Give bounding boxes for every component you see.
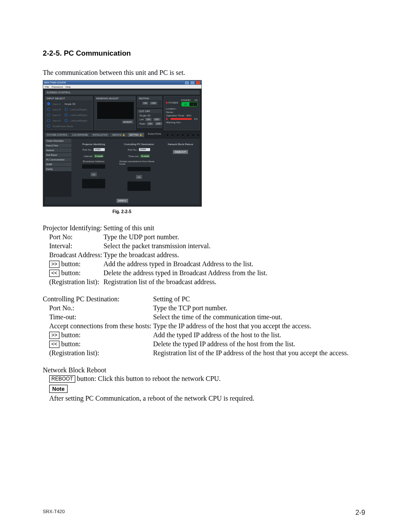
menu-help[interactable]: Help <box>65 86 71 88</box>
app-title: SRX-T420 CONTR <box>44 81 66 84</box>
function-slot-icon[interactable] <box>166 134 169 137</box>
pc-port-input[interactable]: 53484 <box>139 148 150 151</box>
function-slot-icon[interactable] <box>192 134 195 137</box>
accept-label: Accept connections from these hosts <box>119 160 159 165</box>
reboot-button-glyph: REBOOT <box>49 375 75 383</box>
app-window: SRX-T420 CONTR File Password Help SCREEN… <box>43 80 202 207</box>
del-button-glyph: << <box>49 270 59 277</box>
masking-preview <box>97 101 134 119</box>
title-bar: SRX-T420 CONTR <box>43 80 201 85</box>
controlling-pc-desc: Controlling PC Destination:Setting of PC… <box>43 295 365 357</box>
radio-icon[interactable] <box>47 108 50 111</box>
apply-button[interactable]: APPLY <box>116 199 129 203</box>
right-on-button[interactable]: ON <box>147 122 154 125</box>
cutoff-title: CUT OFF <box>138 110 162 113</box>
status-warning: Warning Info : <box>166 121 198 124</box>
status-name: Name : <box>166 111 198 113</box>
footer-page: 2-9 <box>355 509 365 517</box>
menu-password[interactable]: Password <box>52 86 63 88</box>
sidebar-item-mail[interactable]: Mail Report <box>45 153 71 157</box>
lock-icon: 🔒 <box>139 134 142 136</box>
function-slot-icon[interactable] <box>186 134 189 137</box>
function-slot-icon[interactable] <box>171 134 174 137</box>
muting-off-button[interactable]: OFF <box>150 101 157 105</box>
add-button-glyph: >> <box>49 261 59 268</box>
adjust-button[interactable]: ADJUST <box>122 120 133 124</box>
tab-setting[interactable]: SETTING 🔒 <box>127 133 144 137</box>
lamp-led-icon <box>166 118 168 120</box>
host-address-input[interactable] <box>127 167 151 171</box>
muting-on-button[interactable]: ON <box>142 101 149 105</box>
status-location: Location : <box>166 107 198 110</box>
sidebar-item-network[interactable]: Network <box>45 148 71 152</box>
screen-control-header: SCREEN CONTROL <box>45 90 200 95</box>
radio-icon[interactable] <box>47 125 50 128</box>
menu-bar: File Password Help <box>43 85 201 89</box>
tab-picture[interactable]: PICTURE CONTROL <box>45 133 70 137</box>
tab-install[interactable]: INSTALLATION <box>90 133 109 137</box>
right-off-button[interactable]: OFF <box>155 122 163 125</box>
power-toggle[interactable]: ⏻ | <box>181 102 198 107</box>
sidebar-item-datetime[interactable]: Date & Time <box>45 143 71 148</box>
radio-icon[interactable] <box>65 108 68 111</box>
maximize-icon[interactable] <box>190 80 195 85</box>
reboot-title: Network Block Reboot <box>168 143 193 146</box>
note-text: After setting PC Communication, a reboot… <box>43 395 365 402</box>
masking-title: MASKING ADJUST <box>95 97 135 100</box>
projector-identifying-desc: Projector Identifying:Setting of this un… <box>43 224 365 286</box>
intro-text: The communication between this unit and … <box>43 69 365 77</box>
host-add-button[interactable]: >> <box>136 175 142 179</box>
radio-icon[interactable] <box>47 102 50 105</box>
power-icon: ⏻ <box>182 102 189 106</box>
proj-identify-title: Projector Identifying <box>82 143 105 146</box>
input-select-title: INPUT SELECT <box>45 97 92 100</box>
desc-head: Projector Identifying: <box>43 224 103 232</box>
proj-port-input[interactable]: 53082 <box>94 148 105 151</box>
footer-model: SRX-T420 <box>43 509 65 517</box>
minimize-icon[interactable] <box>184 80 189 85</box>
muting-panel: MUTING ON OFF <box>137 96 162 107</box>
power-label: POWER <box>169 101 178 104</box>
menu-file[interactable]: File <box>45 86 49 88</box>
figure-caption: Fig. 2-2-5 <box>43 209 201 214</box>
status-timer: Operation Timer : 30H <box>166 114 198 117</box>
function-label: FUNCTION <box>148 133 161 137</box>
figure: SRX-T420 CONTR File Password Help SCREEN… <box>43 80 365 214</box>
reboot-desc: Network Block Reboot REBOOT button: Clic… <box>43 366 365 402</box>
function-slot-icon[interactable] <box>181 134 184 137</box>
tab-service[interactable]: SERVICE 🔒 <box>110 133 127 137</box>
reboot-head: Network Block Reboot <box>43 366 365 374</box>
reboot-button[interactable]: REBOOT <box>173 150 188 154</box>
del-button-glyph: << <box>49 341 59 348</box>
settings-sidebar: Owner Information Date & Time Network Ma… <box>45 139 71 197</box>
masking-panel: MASKING ADJUST ADJUST <box>95 96 136 130</box>
broadcast-address-input[interactable] <box>82 164 105 169</box>
close-icon[interactable] <box>195 80 201 85</box>
lock-icon: 🔒 <box>122 134 125 136</box>
radio-icon[interactable] <box>65 113 68 116</box>
sidebar-item-facility[interactable]: Facility <box>45 167 71 171</box>
sidebar-item-snmp[interactable]: SNMP <box>45 162 71 166</box>
cutoff-subtitle: Single 3D <box>139 114 160 117</box>
timeout-select[interactable]: 3 min ▾ <box>140 155 150 158</box>
radio-icon[interactable] <box>47 119 50 122</box>
left-off-button[interactable]: OFF <box>153 118 161 121</box>
note-label: Note <box>49 385 68 393</box>
broadcast-add-button[interactable]: >> <box>90 172 97 177</box>
tab-color[interactable]: COLOR/FRAME <box>70 133 90 137</box>
radio-icon[interactable] <box>47 113 50 116</box>
host-list[interactable] <box>127 181 151 191</box>
function-slot-icon[interactable] <box>176 134 179 137</box>
controlling-pc-group: Controlling PC Destination Port No.:5348… <box>119 143 159 191</box>
chevron-down-icon: ▾ <box>101 155 103 158</box>
chevron-down-icon: ▾ <box>148 155 149 158</box>
radio-icon[interactable] <box>65 119 68 122</box>
left-on-button[interactable]: ON <box>145 118 152 121</box>
sidebar-item-pccomm[interactable]: PC Communication <box>45 158 71 162</box>
lamp-bar <box>171 118 192 120</box>
interval-select[interactable]: 3 min ▾ <box>94 155 103 158</box>
add-button-glyph: >> <box>49 332 59 339</box>
function-slot-icon[interactable] <box>197 134 200 137</box>
sidebar-item-owner[interactable]: Owner Information <box>45 139 71 143</box>
broadcast-list[interactable] <box>82 179 105 188</box>
